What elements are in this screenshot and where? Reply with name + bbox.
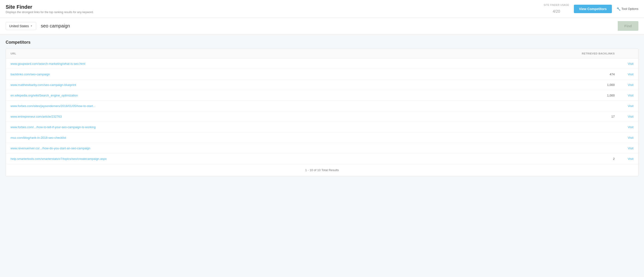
find-button[interactable]: Find — [618, 21, 638, 31]
table-row: www.matthewbarby.com/seo-campaign-bluepr… — [6, 80, 638, 90]
view-competitors-button[interactable]: View Competitors — [574, 5, 612, 13]
table-row: en.wikipedia.org/wiki/Search_engine_opti… — [6, 90, 638, 101]
url-link[interactable]: www.entrepreneur.com/article/232763 — [10, 115, 62, 118]
wrench-icon: 🔧 — [616, 7, 620, 11]
table-row: www.entrepreneur.com/article/232763 17 V… — [6, 111, 638, 122]
row-url: en.wikipedia.org/wiki/Search_engine_opti… — [10, 93, 568, 97]
row-visit: Visit — [615, 62, 634, 66]
visit-link[interactable]: Visit — [628, 125, 634, 129]
visit-link[interactable]: Visit — [628, 136, 634, 139]
search-bar: United States ▼ Find — [0, 18, 644, 34]
visit-link[interactable]: Visit — [628, 94, 634, 97]
row-url: backlinko.com/seo-campaign — [10, 72, 568, 76]
row-backlinks: 474 — [568, 73, 615, 76]
tool-options-label: Tool Options — [622, 7, 638, 11]
row-visit: Visit — [615, 115, 634, 118]
main-content: Competitors URL RETRIEVED BACKLINKS www.… — [0, 34, 644, 182]
visit-link[interactable]: Visit — [628, 73, 634, 76]
url-link[interactable]: www.forbes.com/.../how-to-tell-if-your-s… — [10, 125, 96, 129]
table-row: backlinko.com/seo-campaign 474 Visit — [6, 69, 638, 80]
row-visit: Visit — [615, 72, 634, 76]
row-url: www.forbes.com/sites/jaysondemers/2018/0… — [10, 104, 568, 108]
visit-link[interactable]: Visit — [628, 62, 634, 66]
page-title: Site Finder — [6, 4, 94, 10]
usage-total: /20 — [555, 10, 560, 13]
chevron-down-icon: ▼ — [30, 25, 32, 27]
col-url-header: URL — [10, 52, 568, 55]
table-row: moz.com/blog/rank-in-2018-seo-checklist … — [6, 132, 638, 143]
page-subtitle: Displays the strongest links for the top… — [6, 11, 94, 14]
country-label: United States — [9, 24, 29, 28]
row-visit: Visit — [615, 146, 634, 150]
row-url: help.smartertools.com/smarterstats/v7/to… — [10, 157, 568, 161]
country-selector[interactable]: United States ▼ — [6, 22, 36, 30]
row-url: www.entrepreneur.com/article/232763 — [10, 115, 568, 118]
pagination: 1 - 10 of 10 Total Results — [6, 164, 638, 176]
row-visit: Visit — [615, 157, 634, 161]
row-url: www.forbes.com/.../how-to-tell-if-your-s… — [10, 125, 568, 129]
table-header: URL RETRIEVED BACKLINKS — [6, 49, 638, 59]
row-url: moz.com/blog/rank-in-2018-seo-checklist — [10, 136, 568, 139]
usage-label: SITE FINDER USAGE — [544, 4, 569, 6]
table-body: www.goupward.com/search-marketing/what-i… — [6, 59, 638, 164]
page-header: Site Finder Displays the strongest links… — [0, 0, 644, 18]
usage-number: 4 — [553, 10, 555, 13]
table-row: www.goupward.com/search-marketing/what-i… — [6, 59, 638, 69]
visit-link[interactable]: Visit — [628, 157, 634, 161]
row-backlinks: 2 — [568, 157, 615, 161]
row-visit: Visit — [615, 104, 634, 108]
row-visit: Visit — [615, 93, 634, 97]
url-link[interactable]: moz.com/blog/rank-in-2018-seo-checklist — [10, 136, 66, 139]
competitors-table: URL RETRIEVED BACKLINKS www.goupward.com… — [6, 49, 638, 176]
usage-block: SITE FINDER USAGE 4/20 — [544, 4, 569, 14]
header-right: SITE FINDER USAGE 4/20 View Competitors … — [544, 4, 638, 14]
visit-link[interactable]: Visit — [628, 104, 634, 108]
url-link[interactable]: www.matthewbarby.com/seo-campaign-bluepr… — [10, 83, 76, 87]
keyword-input[interactable] — [38, 22, 618, 30]
table-row: www.forbes.com/.../how-to-tell-if-your-s… — [6, 122, 638, 132]
row-backlinks: 1,000 — [568, 94, 615, 97]
col-backlinks-header: RETRIEVED BACKLINKS — [568, 52, 615, 55]
table-row: www.revenueriver.co/.../how-do-you-start… — [6, 143, 638, 154]
table-row: www.forbes.com/sites/jaysondemers/2018/0… — [6, 101, 638, 111]
url-link[interactable]: www.revenueriver.co/.../how-do-you-start… — [10, 146, 90, 150]
url-link[interactable]: www.forbes.com/sites/jaysondemers/2018/0… — [10, 104, 96, 108]
row-backlinks: 17 — [568, 115, 615, 118]
visit-link[interactable]: Visit — [628, 83, 634, 87]
url-link[interactable]: help.smartertools.com/smarterstats/v7/to… — [10, 157, 107, 161]
tool-options-button[interactable]: 🔧 Tool Options — [616, 7, 638, 11]
header-left: Site Finder Displays the strongest links… — [6, 4, 94, 14]
url-link[interactable]: en.wikipedia.org/wiki/Search_engine_opti… — [10, 94, 78, 97]
row-url: www.matthewbarby.com/seo-campaign-bluepr… — [10, 83, 568, 87]
row-backlinks: 1,000 — [568, 83, 615, 87]
row-visit: Visit — [615, 83, 634, 87]
row-url: www.revenueriver.co/.../how-do-you-start… — [10, 146, 568, 150]
visit-link[interactable]: Visit — [628, 146, 634, 150]
url-link[interactable]: backlinko.com/seo-campaign — [10, 73, 50, 76]
row-visit: Visit — [615, 136, 634, 139]
visit-link[interactable]: Visit — [628, 115, 634, 118]
usage-count: 4/20 — [544, 6, 569, 14]
table-row: help.smartertools.com/smarterstats/v7/to… — [6, 154, 638, 164]
row-visit: Visit — [615, 125, 634, 129]
url-link[interactable]: www.goupward.com/search-marketing/what-i… — [10, 62, 85, 66]
row-url: www.goupward.com/search-marketing/what-i… — [10, 62, 568, 66]
section-title: Competitors — [6, 40, 638, 45]
